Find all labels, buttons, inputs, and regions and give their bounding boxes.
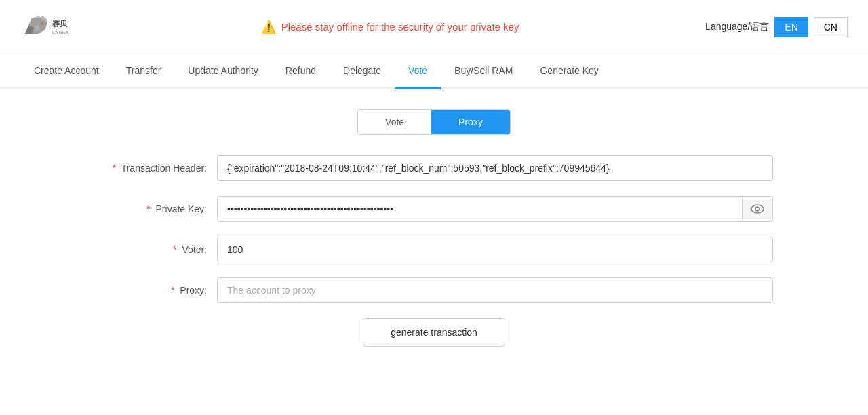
tab-proxy[interactable]: Proxy (431, 110, 510, 134)
svg-point-9 (755, 207, 760, 211)
lang-en-button[interactable]: EN (774, 17, 808, 37)
svg-text:赛贝: 赛贝 (52, 19, 68, 27)
required-star-4: * (171, 285, 174, 296)
nav-generate-key[interactable]: Generate Key (526, 54, 612, 89)
nav-transfer[interactable]: Transfer (113, 54, 175, 89)
voter-row: * Voter: (95, 237, 773, 262)
offline-warning-text: Please stay offline for the security of … (281, 21, 519, 33)
main-content: Vote Proxy * Transaction Header: * Priva… (0, 89, 868, 367)
tab-vote[interactable]: Vote (358, 110, 431, 134)
voter-label: * Voter: (95, 244, 217, 255)
logo: 赛贝 CYBEX (20, 7, 75, 47)
private-key-input-wrapper (217, 196, 773, 222)
nav-update-authority[interactable]: Update Authority (174, 54, 272, 89)
transaction-header-label: * Transaction Header: (95, 163, 217, 174)
offline-warning: ⚠️ Please stay offline for the security … (261, 20, 519, 35)
toggle-password-button[interactable] (742, 199, 772, 219)
transaction-header-input[interactable] (217, 155, 773, 181)
generate-transaction-button[interactable]: generate transaction (363, 318, 505, 347)
private-key-row: * Private Key: (95, 196, 773, 222)
proxy-input[interactable] (217, 277, 773, 303)
nav-delegate[interactable]: Delegate (330, 54, 395, 89)
warning-icon: ⚠️ (261, 20, 276, 35)
language-label: Language/语言 (705, 21, 769, 33)
proxy-form: * Transaction Header: * Private Key: (95, 155, 773, 347)
proxy-field-label: * Proxy: (95, 285, 217, 296)
nav-create-account[interactable]: Create Account (20, 54, 113, 89)
proxy-row: * Proxy: (95, 277, 773, 303)
eye-icon (751, 204, 764, 214)
required-star-3: * (173, 244, 176, 255)
svg-point-5 (41, 22, 43, 24)
private-key-input[interactable] (218, 197, 742, 221)
required-star-2: * (146, 203, 150, 214)
voter-input[interactable] (217, 237, 773, 262)
vote-proxy-tabs: Vote Proxy (357, 109, 511, 135)
nav-buy-sell-ram[interactable]: Buy/Sell RAM (441, 54, 526, 89)
nav-refund[interactable]: Refund (272, 54, 330, 89)
language-switcher: Language/语言 EN CN (705, 17, 848, 37)
main-nav: Create Account Transfer Update Authority… (0, 54, 868, 89)
required-star: * (113, 163, 116, 174)
svg-text:CYBEX: CYBEX (52, 29, 69, 35)
transaction-header-row: * Transaction Header: (95, 155, 773, 181)
header: 赛贝 CYBEX ⚠️ Please stay offline for the … (0, 0, 868, 54)
lang-cn-button[interactable]: CN (814, 17, 848, 37)
cybex-logo: 赛贝 CYBEX (20, 7, 75, 47)
nav-vote[interactable]: Vote (395, 54, 441, 89)
private-key-label: * Private Key: (95, 203, 217, 214)
svg-point-8 (751, 205, 764, 213)
